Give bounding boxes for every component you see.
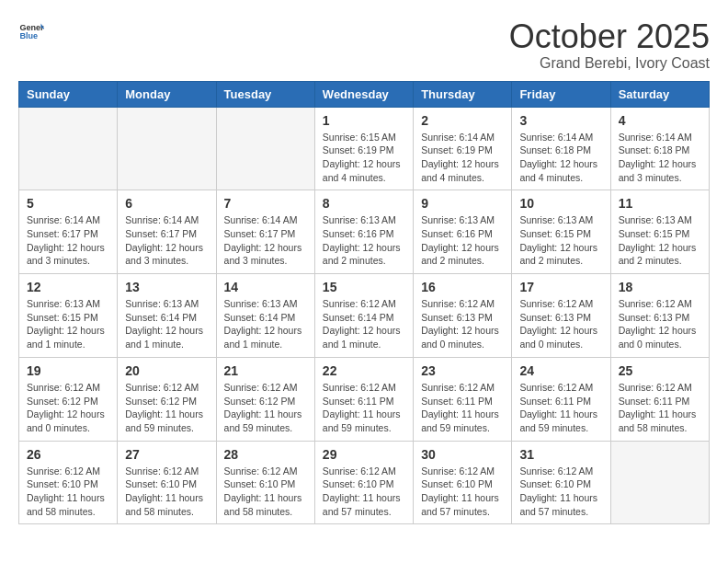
weekday-header-wednesday: Wednesday [314,81,413,107]
calendar-cell: 4Sunrise: 6:14 AM Sunset: 6:18 PM Daylig… [610,107,709,190]
calendar-cell: 3Sunrise: 6:14 AM Sunset: 6:18 PM Daylig… [512,107,610,190]
day-info: Sunrise: 6:12 AM Sunset: 6:13 PM Dayligh… [519,297,602,351]
day-number: 31 [519,447,602,462]
day-number: 30 [421,447,504,462]
calendar-cell: 30Sunrise: 6:12 AM Sunset: 6:10 PM Dayli… [414,441,512,524]
day-number: 24 [519,363,602,378]
day-number: 26 [27,447,109,462]
day-number: 21 [224,363,307,378]
calendar-cell [19,107,118,190]
calendar-cell: 6Sunrise: 6:14 AM Sunset: 6:17 PM Daylig… [118,190,216,274]
week-row-2: 5Sunrise: 6:14 AM Sunset: 6:17 PM Daylig… [19,190,710,274]
day-info: Sunrise: 6:14 AM Sunset: 6:17 PM Dayligh… [27,213,109,268]
day-info: Sunrise: 6:12 AM Sunset: 6:12 PM Dayligh… [27,381,109,435]
logo: General Blue [18,18,44,44]
day-number: 7 [224,196,307,211]
weekday-header-tuesday: Tuesday [216,81,314,107]
svg-text:General: General [19,23,44,32]
day-number: 22 [323,363,405,378]
day-info: Sunrise: 6:12 AM Sunset: 6:11 PM Dayligh… [519,381,602,435]
week-row-5: 26Sunrise: 6:12 AM Sunset: 6:10 PM Dayli… [19,441,710,524]
day-info: Sunrise: 6:14 AM Sunset: 6:18 PM Dayligh… [519,131,602,185]
day-info: Sunrise: 6:12 AM Sunset: 6:10 PM Dayligh… [421,465,504,519]
calendar-cell: 29Sunrise: 6:12 AM Sunset: 6:10 PM Dayli… [314,441,413,524]
day-info: Sunrise: 6:12 AM Sunset: 6:10 PM Dayligh… [125,465,208,519]
calendar-cell: 23Sunrise: 6:12 AM Sunset: 6:11 PM Dayli… [414,357,512,441]
weekday-header-monday: Monday [118,81,216,107]
calendar-cell: 18Sunrise: 6:12 AM Sunset: 6:13 PM Dayli… [610,274,709,358]
weekday-header-row: SundayMondayTuesdayWednesdayThursdayFrid… [19,81,710,107]
day-number: 15 [323,280,405,294]
day-number: 1 [323,113,405,128]
day-info: Sunrise: 6:13 AM Sunset: 6:14 PM Dayligh… [125,297,208,351]
calendar-cell: 22Sunrise: 6:12 AM Sunset: 6:11 PM Dayli… [314,357,413,441]
day-info: Sunrise: 6:14 AM Sunset: 6:17 PM Dayligh… [125,213,208,268]
calendar-cell: 13Sunrise: 6:13 AM Sunset: 6:14 PM Dayli… [118,274,216,358]
day-info: Sunrise: 6:14 AM Sunset: 6:17 PM Dayligh… [224,213,307,268]
calendar-cell: 7Sunrise: 6:14 AM Sunset: 6:17 PM Daylig… [216,190,314,274]
day-number: 10 [519,196,602,211]
calendar-cell [216,107,314,190]
day-info: Sunrise: 6:13 AM Sunset: 6:16 PM Dayligh… [421,213,504,268]
day-number: 13 [125,280,208,294]
title-area: October 2025 Grand Berebi, Ivory Coast [509,18,710,72]
calendar-cell: 5Sunrise: 6:14 AM Sunset: 6:17 PM Daylig… [19,190,118,274]
calendar-cell: 8Sunrise: 6:13 AM Sunset: 6:16 PM Daylig… [314,190,413,274]
calendar-cell: 14Sunrise: 6:13 AM Sunset: 6:14 PM Dayli… [216,274,314,358]
day-number: 25 [619,363,701,378]
calendar-cell: 15Sunrise: 6:12 AM Sunset: 6:14 PM Dayli… [314,274,413,358]
day-info: Sunrise: 6:14 AM Sunset: 6:19 PM Dayligh… [421,131,504,185]
logo-icon: General Blue [18,18,44,44]
day-number: 9 [421,196,504,211]
calendar-cell: 19Sunrise: 6:12 AM Sunset: 6:12 PM Dayli… [19,357,118,441]
calendar-cell: 27Sunrise: 6:12 AM Sunset: 6:10 PM Dayli… [118,441,216,524]
calendar-cell: 28Sunrise: 6:12 AM Sunset: 6:10 PM Dayli… [216,441,314,524]
day-info: Sunrise: 6:15 AM Sunset: 6:19 PM Dayligh… [323,131,405,185]
day-info: Sunrise: 6:12 AM Sunset: 6:10 PM Dayligh… [27,465,109,519]
day-number: 11 [619,196,701,211]
day-number: 4 [619,113,701,128]
day-info: Sunrise: 6:12 AM Sunset: 6:12 PM Dayligh… [125,381,208,435]
calendar: SundayMondayTuesdayWednesdayThursdayFrid… [18,81,710,525]
day-number: 5 [27,196,109,211]
day-info: Sunrise: 6:12 AM Sunset: 6:12 PM Dayligh… [224,381,307,435]
day-info: Sunrise: 6:12 AM Sunset: 6:13 PM Dayligh… [421,297,504,351]
day-info: Sunrise: 6:12 AM Sunset: 6:11 PM Dayligh… [421,381,504,435]
day-number: 18 [619,280,701,294]
day-info: Sunrise: 6:12 AM Sunset: 6:11 PM Dayligh… [619,381,701,435]
day-number: 17 [519,280,602,294]
calendar-cell [118,107,216,190]
calendar-cell: 17Sunrise: 6:12 AM Sunset: 6:13 PM Dayli… [512,274,610,358]
calendar-cell: 12Sunrise: 6:13 AM Sunset: 6:15 PM Dayli… [19,274,118,358]
calendar-cell: 2Sunrise: 6:14 AM Sunset: 6:19 PM Daylig… [414,107,512,190]
day-info: Sunrise: 6:12 AM Sunset: 6:10 PM Dayligh… [224,465,307,519]
day-info: Sunrise: 6:13 AM Sunset: 6:14 PM Dayligh… [224,297,307,351]
week-row-3: 12Sunrise: 6:13 AM Sunset: 6:15 PM Dayli… [19,274,710,358]
day-info: Sunrise: 6:14 AM Sunset: 6:18 PM Dayligh… [619,131,701,185]
day-number: 29 [323,447,405,462]
day-number: 16 [421,280,504,294]
calendar-cell: 10Sunrise: 6:13 AM Sunset: 6:15 PM Dayli… [512,190,610,274]
day-info: Sunrise: 6:12 AM Sunset: 6:13 PM Dayligh… [619,297,701,351]
day-number: 14 [224,280,307,294]
weekday-header-friday: Friday [512,81,610,107]
svg-text:Blue: Blue [19,31,38,40]
day-number: 27 [125,447,208,462]
day-info: Sunrise: 6:12 AM Sunset: 6:10 PM Dayligh… [323,465,405,519]
calendar-cell: 21Sunrise: 6:12 AM Sunset: 6:12 PM Dayli… [216,357,314,441]
day-number: 8 [323,196,405,211]
day-number: 6 [125,196,208,211]
calendar-header: SundayMondayTuesdayWednesdayThursdayFrid… [19,81,710,107]
day-number: 20 [125,363,208,378]
day-info: Sunrise: 6:13 AM Sunset: 6:15 PM Dayligh… [519,213,602,268]
day-info: Sunrise: 6:13 AM Sunset: 6:15 PM Dayligh… [619,213,701,268]
calendar-cell: 24Sunrise: 6:12 AM Sunset: 6:11 PM Dayli… [512,357,610,441]
calendar-cell: 16Sunrise: 6:12 AM Sunset: 6:13 PM Dayli… [414,274,512,358]
month-title: October 2025 [509,18,710,55]
weekday-header-saturday: Saturday [610,81,709,107]
calendar-cell: 25Sunrise: 6:12 AM Sunset: 6:11 PM Dayli… [610,357,709,441]
calendar-cell: 20Sunrise: 6:12 AM Sunset: 6:12 PM Dayli… [118,357,216,441]
day-info: Sunrise: 6:12 AM Sunset: 6:10 PM Dayligh… [519,465,602,519]
weekday-header-thursday: Thursday [414,81,512,107]
calendar-cell: 26Sunrise: 6:12 AM Sunset: 6:10 PM Dayli… [19,441,118,524]
